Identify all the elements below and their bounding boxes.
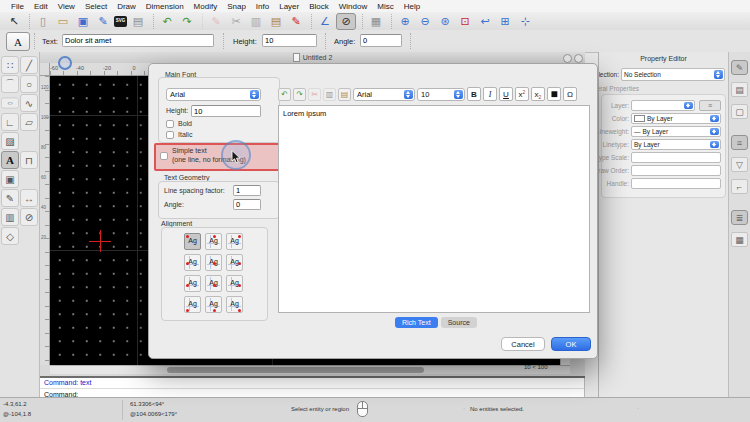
ok-button[interactable]: OK <box>551 337 591 351</box>
stats-icon[interactable]: ∠ <box>311 14 334 29</box>
underline-button[interactable]: U <box>499 87 513 101</box>
ellipse-icon[interactable]: ○ <box>1 98 19 109</box>
print-icon[interactable]: ▤ <box>129 14 147 29</box>
redo-icon[interactable]: ↷ <box>178 14 196 29</box>
menu-item[interactable]: Select <box>80 2 112 11</box>
draw-order-input[interactable] <box>631 165 721 176</box>
text-color-button[interactable]: ■ <box>547 87 561 101</box>
undo-icon[interactable]: ↶ <box>153 14 176 29</box>
block-list-toggle[interactable]: ▤ <box>731 82 748 97</box>
spline-icon[interactable]: ∿ <box>20 94 38 112</box>
align-bottom-left[interactable]: Ag <box>184 296 201 313</box>
align-bottom-right[interactable]: Ag <box>226 296 243 313</box>
dialog-height-input[interactable] <box>191 105 261 117</box>
zoom-in-icon[interactable]: ⊕ <box>391 14 414 29</box>
menu-item[interactable]: Snap <box>222 2 251 11</box>
selection-select[interactable]: No Selection <box>621 68 725 81</box>
shape-icon[interactable]: ▱ <box>20 113 38 131</box>
layer-list-button[interactable]: ≡ <box>699 100 721 111</box>
solid-icon[interactable]: ◇ <box>1 227 19 245</box>
paste-icon[interactable]: ▤ <box>267 14 285 29</box>
image-icon[interactable]: ▣ <box>1 170 19 188</box>
handle-input[interactable] <box>631 178 721 189</box>
bold-checkbox[interactable] <box>166 120 174 128</box>
menu-item[interactable]: Block <box>304 2 334 11</box>
align-top-right[interactable]: Ag <box>226 233 243 250</box>
align-top-center[interactable]: Ag <box>205 233 222 250</box>
pan-icon[interactable]: ⊹ <box>516 14 534 29</box>
polyline-icon[interactable]: ∟ <box>1 113 19 131</box>
bold-button[interactable]: B <box>467 87 481 101</box>
circle-icon[interactable]: ○ <box>20 75 38 93</box>
points-icon[interactable]: ∷ <box>1 56 19 74</box>
edit-icon[interactable]: ✎ <box>202 14 225 29</box>
zoom-selection-icon[interactable]: ⊡ <box>456 14 474 29</box>
text-tool-active-button[interactable]: A <box>6 32 30 51</box>
window-minimize-button[interactable] <box>563 54 572 63</box>
align-middle-right[interactable]: Ag <box>226 254 243 271</box>
editor-redo-icon[interactable]: ↷ <box>293 88 306 101</box>
scrollbar-thumb[interactable] <box>167 367 424 373</box>
superscript-button[interactable]: x 2 <box>515 87 529 101</box>
donut-tool-icon[interactable]: ⊘ <box>336 13 356 30</box>
editor-copy-icon[interactable]: ▥ <box>323 88 336 101</box>
text-input[interactable] <box>62 34 214 47</box>
zoom-out-icon[interactable]: ⊖ <box>416 14 434 29</box>
align-bottom-center[interactable]: Ag <box>205 296 222 313</box>
menu-item[interactable]: Help <box>399 2 425 11</box>
line-spacing-input[interactable] <box>233 185 261 196</box>
font-family-select[interactable]: Arial <box>166 88 261 101</box>
text-tool-icon[interactable]: A <box>1 151 19 169</box>
editor-size-select[interactable]: 10 <box>417 88 465 101</box>
menu-item[interactable]: Window <box>334 2 372 11</box>
cut-icon[interactable]: ✂ <box>227 14 245 29</box>
rich-text-editor[interactable]: Lorem ipsum <box>278 105 590 313</box>
menu-item[interactable]: Layer <box>274 2 304 11</box>
cancel-button[interactable]: Cancel <box>501 337 545 351</box>
boolean-icon[interactable]: ▥ <box>1 208 19 226</box>
italic-checkbox[interactable] <box>166 131 174 139</box>
zoom-previous-icon[interactable]: ↩ <box>476 14 494 29</box>
align-top-left[interactable]: Ag <box>184 233 201 250</box>
editor-font-select[interactable]: Arial <box>353 88 415 101</box>
editor-undo-icon[interactable]: ↶ <box>278 88 291 101</box>
menu-item[interactable]: View <box>53 2 80 11</box>
align-middle-left[interactable]: Ag <box>184 254 201 271</box>
editor-cut-icon[interactable]: ✂ <box>308 88 321 101</box>
angle-input[interactable] <box>360 34 402 47</box>
dimension-horizontal-icon[interactable]: ↔ <box>20 189 38 207</box>
view-list-toggle[interactable]: ▢ <box>731 104 748 119</box>
cursor-icon[interactable]: ↖ <box>5 14 23 29</box>
annotate-icon[interactable]: ✎ <box>287 14 305 29</box>
window-close-button[interactable] <box>574 54 583 63</box>
save-as-icon[interactable]: ✎ <box>94 14 112 29</box>
dialog-angle-input[interactable] <box>233 199 261 210</box>
menu-item[interactable]: Misc <box>372 2 398 11</box>
new-file-icon[interactable]: ▯ <box>29 14 52 29</box>
subscript-button[interactable]: x 2 <box>531 87 545 101</box>
modify-icon[interactable]: ✎ <box>1 189 19 207</box>
grid-icon[interactable]: ▦ <box>362 14 385 29</box>
align-baseline-center[interactable]: Ag <box>205 275 222 292</box>
save-icon[interactable]: ▣ <box>74 14 92 29</box>
simple-text-checkbox[interactable] <box>160 152 168 160</box>
open-file-icon[interactable]: ▭ <box>54 14 72 29</box>
color-select[interactable]: By Layer <box>631 113 721 124</box>
zoom-window-icon[interactable]: ⊞ <box>496 14 514 29</box>
lineweight-select[interactable]: — By Layer <box>631 126 721 137</box>
hatch-icon[interactable]: ▨ <box>1 132 19 150</box>
menu-item[interactable]: Edit <box>29 2 53 11</box>
library-browser-toggle[interactable]: ≣ <box>731 210 748 225</box>
italic-button[interactable]: I <box>483 87 497 101</box>
arc-icon[interactable]: ⌒ <box>1 75 19 93</box>
command-line-toggle[interactable]: ⌐ <box>731 179 748 194</box>
menu-item[interactable]: File <box>6 2 29 11</box>
menu-item[interactable]: Draw <box>112 2 141 11</box>
align-middle-center[interactable]: Ag <box>205 254 222 271</box>
align-baseline-right[interactable]: Ag <box>226 275 243 292</box>
selection-filter-toggle[interactable]: ▽ <box>731 157 748 172</box>
property-editor-toggle[interactable]: ✎ <box>731 60 748 75</box>
special-character-button[interactable]: Ω <box>563 87 577 101</box>
linetype-scale-input[interactable] <box>631 152 721 163</box>
menu-item[interactable]: Modify <box>189 2 223 11</box>
